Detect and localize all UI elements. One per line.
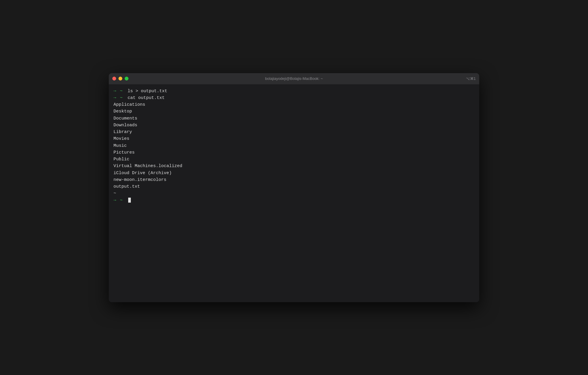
output-line-new-moon: new-moon.itermcolors xyxy=(113,176,475,183)
output-line-music: Music xyxy=(113,142,475,149)
active-prompt-line[interactable]: → ~ xyxy=(113,197,475,204)
title-bar: bolajiayodeji@Bolajis-MacBook: ~ ⌥⌘1 xyxy=(109,73,479,84)
output-line-library: Library xyxy=(113,129,475,135)
prompt-arrow-2: → xyxy=(113,95,116,101)
terminal-window: bolajiayodeji@Bolajis-MacBook: ~ ⌥⌘1 → ~… xyxy=(109,73,479,302)
minimize-button[interactable] xyxy=(118,77,122,80)
command-text-2: cat output.txt xyxy=(125,95,165,101)
output-line-icloud: iCloud Drive (Archive) xyxy=(113,170,475,176)
output-line-desktop: Desktop xyxy=(113,108,475,115)
prompt-tilde-1: ~ xyxy=(117,88,123,95)
command-text-1: ls > output.txt xyxy=(125,88,167,95)
output-line-movies: Movies xyxy=(113,135,475,142)
maximize-button[interactable] xyxy=(125,77,128,80)
output-line-pictures: Pictures xyxy=(113,149,475,156)
window-title: bolajiayodeji@Bolajis-MacBook: ~ xyxy=(265,76,323,81)
command-line-2: → ~ cat output.txt xyxy=(113,95,475,101)
keyboard-shortcut: ⌥⌘1 xyxy=(466,77,476,81)
prompt-arrow-1: → xyxy=(113,88,116,95)
close-button[interactable] xyxy=(112,77,116,80)
output-line-output-txt: output.txt xyxy=(113,183,475,190)
output-line-documents: Documents xyxy=(113,115,475,122)
output-line-public: Public xyxy=(113,156,475,163)
active-input[interactable] xyxy=(125,197,131,204)
prompt-tilde-2: ~ xyxy=(117,95,123,101)
terminal-body[interactable]: → ~ ls > output.txt → ~ cat output.txt A… xyxy=(109,84,479,302)
traffic-lights xyxy=(112,77,128,80)
command-line-1: → ~ ls > output.txt xyxy=(113,88,475,95)
empty-line-tilde: ~ xyxy=(113,190,475,197)
active-prompt-tilde: ~ xyxy=(117,197,123,204)
active-prompt-arrow: → xyxy=(113,197,116,204)
output-line-downloads: Downloads xyxy=(113,122,475,129)
output-line-virtual-machines: Virtual Machines.localized xyxy=(113,163,475,169)
output-line-applications: Applications xyxy=(113,101,475,108)
cursor xyxy=(128,198,131,203)
